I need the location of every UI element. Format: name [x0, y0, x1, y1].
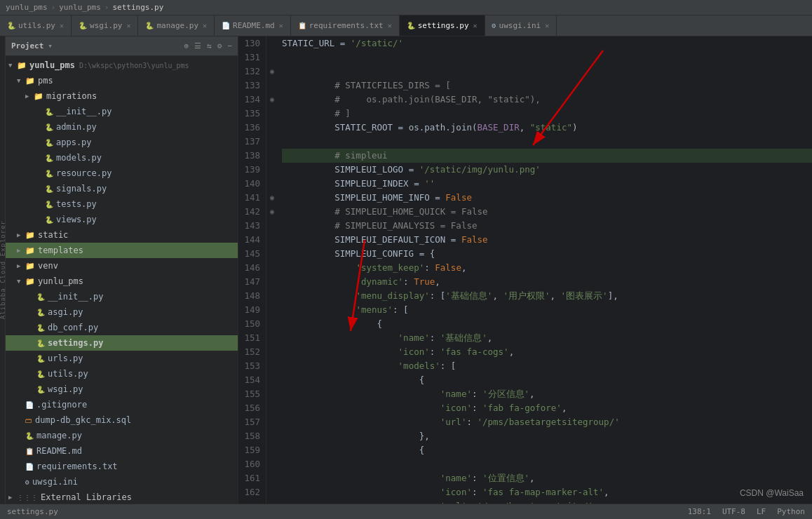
status-linesep: LF — [757, 507, 766, 516]
sidebar-item-requirements[interactable]: 📄 requirements.txt — [6, 459, 238, 474]
editor-content: 130 131 132 133 134 135 136 137 138 139 … — [238, 36, 812, 504]
editor-wrapper: 130 131 132 133 134 135 136 137 138 139 … — [238, 36, 812, 504]
sidebar-item-pms[interactable]: ▼ 📁 pms — [6, 73, 238, 88]
sidebar-item-readme[interactable]: 📋 README.md — [6, 443, 238, 459]
sidebar-header: Project ▾ ⊕ ☰ ⇆ ⚙ − — [6, 36, 238, 56]
tab-manage[interactable]: 🐍 manage.py ✕ — [138, 15, 215, 36]
code-line-135: STATIC_ROOT = os.path.join(BASE_DIR, "st… — [282, 107, 812, 121]
tab-utils-label: utils.py — [18, 21, 55, 30]
expand-icon[interactable]: ⇆ — [207, 41, 212, 50]
status-position: 138:1 — [688, 507, 711, 516]
tab-uwsgi[interactable]: ⚙ uwsgi.ini ✕ — [485, 15, 557, 36]
sidebar-item-static[interactable]: ▶ 📁 static — [6, 227, 238, 243]
status-bar: settings.py 138:1 UTF-8 LF Python — [0, 504, 812, 519]
tab-uwsgi-label: uwsgi.ini — [499, 21, 541, 30]
title-sep1: › — [51, 3, 56, 12]
status-file: settings.py — [7, 507, 58, 516]
sidebar-item-tests[interactable]: 🐍 tests.py — [6, 196, 238, 212]
sidebar-item-external-libs[interactable]: ▶ ⋮⋮⋮ External Libraries — [6, 490, 238, 504]
sidebar-item-asgi[interactable]: 🐍 asgi.py — [6, 304, 238, 320]
watermark: CSDN @WaiSaa — [740, 488, 804, 498]
title-part3: settings.py — [112, 3, 163, 12]
sidebar-item-db-conf[interactable]: 🐍 db_conf.py — [6, 320, 238, 335]
sidebar-item-init-pms[interactable]: 🐍 __init__.py — [6, 104, 238, 119]
sidebar-item-apps[interactable]: 🐍 apps.py — [6, 135, 238, 150]
tab-settings-label: settings.py — [418, 21, 469, 30]
sidebar-item-manage[interactable]: 🐍 manage.py — [6, 428, 238, 443]
settings-icon[interactable]: ⚙ — [217, 41, 222, 50]
sidebar-item-migrations[interactable]: ▶ 📁 migrations — [6, 88, 238, 104]
sidebar-item-wsgi[interactable]: 🐍 wsgi.py — [6, 382, 238, 397]
tab-requirements[interactable]: 📋 requirements.txt ✕ — [291, 15, 400, 36]
sidebar-item-admin[interactable]: 🐍 admin.py — [6, 119, 238, 135]
main-layout: Alibaba Cloud Explorer Project ▾ ⊕ ☰ ⇆ ⚙… — [0, 36, 812, 504]
sidebar-item-yunlu-pms-root[interactable]: ▼ 📁 yunlu_pms D:\wkspc\python3\yunlu_pms — [6, 58, 238, 73]
sidebar-header-title: Project ▾ — [11, 41, 53, 50]
code-line-131 — [282, 50, 812, 65]
title-part2: yunlu_pms — [59, 3, 101, 12]
cloud-explorer-strip: Alibaba Cloud Explorer — [0, 36, 6, 504]
title-sep2: › — [104, 3, 109, 12]
sidebar-item-templates[interactable]: ▶ 📁 templates — [6, 243, 238, 258]
title-part1: yunlu_pms — [6, 3, 48, 12]
project-label: Project — [11, 41, 43, 50]
sidebar-item-yunlu-pms-sub[interactable]: ▼ 📁 yunlu_pms — [6, 274, 238, 289]
tab-wsgi[interactable]: 🐍 wsgi.py ✕ — [72, 15, 138, 36]
code-area[interactable]: STATIC_URL = '/static/' # STATICFILES_DI… — [278, 36, 812, 504]
sidebar-item-venv[interactable]: ▶ 📁 venv — [6, 258, 238, 274]
sidebar-item-signals[interactable]: 🐍 signals.py — [6, 181, 238, 196]
code-line-132: # STATICFILES_DIRS = [ — [282, 65, 812, 79]
code-line-160: 'name': '位置信息', — [282, 457, 812, 471]
status-lang: Python — [777, 507, 805, 516]
sidebar: Project ▾ ⊕ ☰ ⇆ ⚙ − ▼ 📁 yunlu_pms D:\wks… — [6, 36, 238, 504]
tab-utils[interactable]: 🐍 utils.py ✕ — [0, 15, 72, 36]
tab-manage-label: manage.py — [156, 21, 198, 30]
title-bar: yunlu_pms › yunlu_pms › settings.py — [0, 0, 812, 15]
sidebar-header-icons: ⊕ ☰ ⇆ ⚙ − — [184, 41, 233, 50]
code-line-137: # simpleui — [282, 135, 812, 149]
sidebar-item-utils[interactable]: 🐍 utils.py — [6, 366, 238, 382]
dropdown-icon[interactable]: ▾ — [48, 41, 53, 50]
tab-readme-label: README.md — [233, 21, 275, 30]
minimize-icon[interactable]: − — [227, 41, 232, 50]
gutter-indicators: ◉ ◉ ◉ ◉ — [266, 36, 278, 504]
tab-readme[interactable]: 📄 README.md ✕ — [215, 15, 291, 36]
sidebar-item-gitignore[interactable]: 📄 .gitignore — [6, 397, 238, 412]
add-icon[interactable]: ⊕ — [184, 41, 189, 50]
tab-wsgi-label: wsgi.py — [90, 21, 122, 30]
sidebar-item-uwsgi-ini[interactable]: ⚙ uwsgi.ini — [6, 474, 238, 490]
sidebar-item-sql[interactable]: 🗃 dump-db_gkc_mix.sql — [6, 412, 238, 428]
cloud-explorer-label: Alibaba Cloud Explorer — [0, 220, 6, 319]
tab-settings[interactable]: 🐍 settings.py ✕ — [400, 15, 485, 36]
line-numbers: 130 131 132 133 134 135 136 137 138 139 … — [238, 36, 266, 504]
sidebar-item-urls[interactable]: 🐍 urls.py — [6, 351, 238, 366]
tab-requirements-label: requirements.txt — [309, 21, 384, 30]
sidebar-item-views[interactable]: 🐍 views.py — [6, 212, 238, 227]
status-right: 138:1 UTF-8 LF Python — [688, 507, 805, 516]
list-icon[interactable]: ☰ — [194, 41, 201, 50]
sidebar-item-init-main[interactable]: 🐍 __init__.py — [6, 289, 238, 304]
sidebar-item-resource[interactable]: 🐍 resource.py — [6, 166, 238, 181]
tab-bar: 🐍 utils.py ✕ 🐍 wsgi.py ✕ 🐍 manage.py ✕ 📄… — [0, 15, 812, 36]
status-encoding: UTF-8 — [722, 507, 745, 516]
sidebar-tree: ▼ 📁 yunlu_pms D:\wkspc\python3\yunlu_pms… — [6, 56, 238, 504]
sidebar-item-models[interactable]: 🐍 models.py — [6, 150, 238, 166]
code-line-130: STATIC_URL = '/static/' — [282, 36, 812, 50]
sidebar-item-settings[interactable]: 🐍 settings.py — [6, 335, 238, 351]
